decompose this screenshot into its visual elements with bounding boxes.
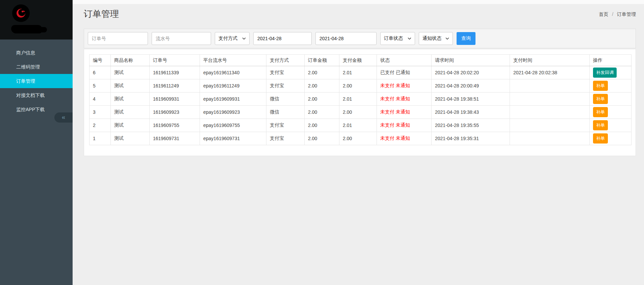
column-header: 支付时间	[510, 55, 590, 66]
cell-order-no: 1619609755	[150, 119, 200, 132]
cell-product: 测试	[111, 93, 150, 106]
cell-order-amount: 2.00	[305, 132, 339, 145]
chevron-down-icon	[242, 37, 246, 40]
cell-product: 测试	[111, 79, 150, 93]
breadcrumb-home-link[interactable]: 首页	[599, 11, 608, 17]
supplement-order-button[interactable]: 补单	[593, 120, 608, 130]
sidebar-collapse-button[interactable]: «	[54, 112, 73, 123]
cell-order-no: 1619611339	[150, 66, 200, 79]
status-badge: 未支付 未通知	[377, 106, 432, 119]
notify-status-select-label: 通知状态	[422, 35, 441, 42]
cell-product: 测试	[111, 119, 150, 132]
cell-pay-method: 支付宝	[266, 132, 305, 145]
notify-status-select[interactable]: 通知状态	[419, 32, 453, 45]
table-row: 3测试1619609923epay1619609923微信2.002.00未支付…	[89, 106, 632, 119]
phoenix-logo-icon	[15, 7, 27, 19]
sidebar-item[interactable]: 二维码管理	[0, 60, 73, 74]
status-badge: 未支付 未通知	[377, 93, 432, 106]
order-status-select[interactable]: 订单状态	[380, 32, 415, 45]
supplement-order-button[interactable]: 补单	[593, 94, 608, 104]
column-header: 支付金额	[339, 55, 377, 66]
cell-action: 补发回调	[590, 66, 632, 79]
table-row: 5测试1619611249epay1619611249支付宝2.002.00未支…	[89, 79, 632, 93]
cell-id: 6	[89, 66, 111, 79]
table-row: 6测试1619611339epay1619611340支付宝2.002.01已支…	[89, 66, 632, 79]
cell-platform-serial: epay1619609731	[200, 132, 266, 145]
brand-wordmark	[11, 25, 42, 33]
logo-block	[0, 0, 73, 40]
column-header: 编号	[89, 55, 111, 66]
date-from-input[interactable]	[253, 32, 312, 45]
sidebar-item[interactable]: 商户信息	[0, 46, 73, 60]
cell-pay-amount: 2.00	[339, 79, 377, 93]
cell-pay-time	[510, 132, 590, 145]
cell-pay-time	[510, 106, 590, 119]
cell-request-time: 2021-04-28 20:00:49	[432, 79, 510, 93]
orders-table: 编号商品名称订单号平台流水号支付方式订单金额支付金额状态请求时间支付时间操作 6…	[89, 54, 632, 145]
cell-request-time: 2021-04-28 19:38:51	[432, 93, 510, 106]
cell-request-time: 2021-04-28 19:35:31	[432, 132, 510, 145]
cell-product: 测试	[111, 106, 150, 119]
cell-platform-serial: epay1619611249	[200, 79, 266, 93]
cell-id: 4	[89, 93, 111, 106]
cell-order-no: 1619609923	[150, 106, 200, 119]
search-button[interactable]: 查询	[457, 32, 475, 45]
cell-request-time: 2021-04-28 20:02:20	[432, 66, 510, 79]
resend-callback-button[interactable]: 补发回调	[593, 68, 617, 78]
cell-order-no: 1619609731	[150, 132, 200, 145]
cell-product: 测试	[111, 132, 150, 145]
supplement-order-button[interactable]: 补单	[593, 133, 608, 144]
serial-no-input[interactable]	[152, 32, 211, 45]
cell-platform-serial: epay1619611340	[200, 66, 266, 79]
column-header: 订单金额	[305, 55, 339, 66]
order-no-input[interactable]	[88, 32, 148, 45]
cell-pay-amount: 2.01	[339, 66, 377, 79]
date-to-input[interactable]	[315, 32, 377, 45]
sidebar-item[interactable]: 对接文档下载	[0, 88, 73, 102]
supplement-order-button[interactable]: 补单	[593, 107, 608, 117]
cell-action: 补单	[590, 106, 632, 119]
pay-method-select[interactable]: 支付方式	[215, 32, 250, 45]
sidebar-item-active[interactable]: 订单管理	[0, 74, 73, 88]
cell-pay-method: 支付宝	[266, 79, 305, 93]
supplement-order-button[interactable]: 补单	[593, 81, 608, 91]
sidebar-menu: 商户信息二维码管理订单管理对接文档下载监控APP下载	[0, 40, 73, 116]
pay-method-select-label: 支付方式	[218, 35, 237, 42]
cell-pay-amount: 2.01	[339, 93, 377, 106]
page-header: 订单管理 首页 / 订单管理	[73, 4, 644, 24]
cell-pay-time	[510, 119, 590, 132]
cell-order-no: 1619611249	[150, 79, 200, 93]
table-row: 2测试1619609755epay1619609755支付宝2.002.01未支…	[89, 119, 632, 132]
column-header: 商品名称	[111, 55, 150, 66]
cell-request-time: 2021-04-28 19:35:55	[432, 119, 510, 132]
cell-id: 5	[89, 79, 111, 93]
table-row: 4测试1619609931epay1619609931微信2.002.01未支付…	[89, 93, 632, 106]
cell-action: 补单	[590, 132, 632, 145]
cell-action: 补单	[590, 79, 632, 93]
orders-table-card: 编号商品名称订单号平台流水号支付方式订单金额支付金额状态请求时间支付时间操作 6…	[84, 49, 636, 156]
cell-order-amount: 2.00	[305, 106, 339, 119]
column-header: 请求时间	[432, 55, 510, 66]
breadcrumb-current: 订单管理	[617, 11, 636, 17]
column-header: 订单号	[150, 55, 200, 66]
cell-platform-serial: epay1619609931	[200, 93, 266, 106]
status-badge: 未支付 未通知	[377, 119, 432, 132]
column-header: 平台流水号	[200, 55, 266, 66]
cell-pay-time: 2021-04-28 20:02:38	[510, 66, 590, 79]
cell-id: 1	[89, 132, 111, 145]
logo	[12, 4, 30, 22]
cell-request-time: 2021-04-28 19:38:43	[432, 106, 510, 119]
cell-action: 补单	[590, 119, 632, 132]
status-badge: 未支付 未通知	[377, 132, 432, 145]
cell-id: 3	[89, 106, 111, 119]
top-strip	[73, 0, 644, 4]
cell-pay-time	[510, 79, 590, 93]
cell-order-amount: 2.00	[305, 93, 339, 106]
cell-action: 补单	[590, 93, 632, 106]
order-table-body: 6测试1619611339epay1619611340支付宝2.002.01已支…	[89, 66, 632, 145]
cell-pay-method: 支付宝	[266, 66, 305, 79]
status-badge: 未支付 未通知	[377, 79, 432, 93]
column-header: 操作	[590, 55, 632, 66]
column-header: 支付方式	[266, 55, 305, 66]
cell-product: 测试	[111, 66, 150, 79]
